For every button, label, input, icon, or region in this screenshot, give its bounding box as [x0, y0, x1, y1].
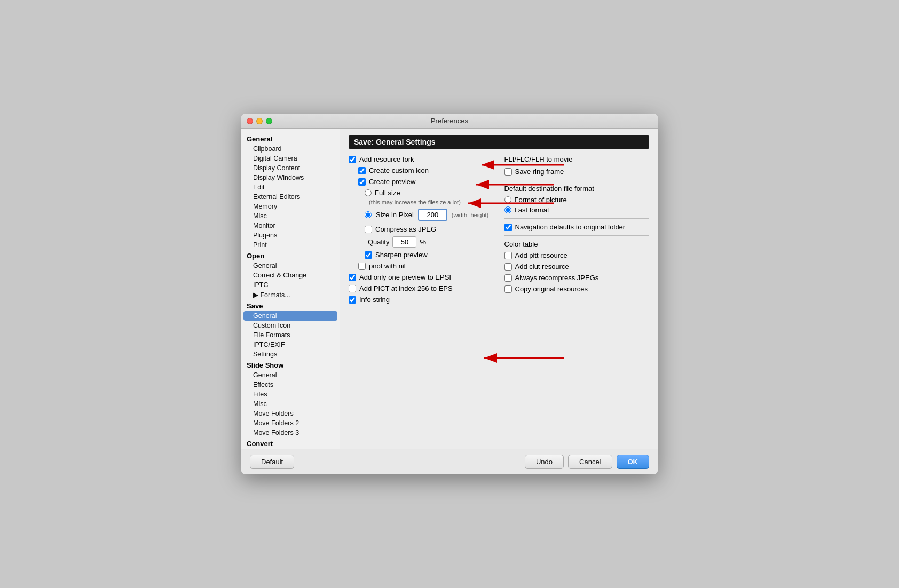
sidebar-section-general: General — [241, 133, 340, 144]
create-preview-checkbox[interactable] — [358, 178, 366, 186]
sidebar-item-move-folders[interactable]: Move Folders — [241, 409, 340, 418]
sidebar-item-effects[interactable]: Effects — [241, 380, 340, 390]
create-preview-row: Create preview — [358, 178, 494, 186]
sidebar-item-move-folders-2[interactable]: Move Folders 2 — [241, 418, 340, 428]
always-recompress-row: Always recompress JPEGs — [504, 274, 650, 282]
last-format-radio[interactable] — [504, 206, 511, 213]
always-recompress-label: Always recompress JPEGs — [515, 274, 599, 282]
compress-jpeg-checkbox[interactable] — [365, 226, 372, 233]
size-in-pixel-row: Size in Pixel (width=height) — [365, 209, 494, 221]
minimize-button[interactable] — [256, 118, 263, 124]
sidebar-item-iptc[interactable]: IPTC — [241, 280, 340, 290]
pnot-nil-label: pnot with nil — [369, 262, 406, 270]
content-area: General Clipboard Digital Camera Display… — [241, 129, 658, 449]
full-size-label: Full size — [375, 189, 400, 197]
create-custom-icon-label: Create custom icon — [369, 166, 429, 174]
sharpen-preview-row: Sharpen preview — [365, 251, 494, 259]
sidebar-item-settings[interactable]: Settings — [241, 349, 340, 359]
add-resource-fork-row: Add resource fork — [349, 155, 494, 163]
sidebar-item-misc-general[interactable]: Misc — [241, 211, 340, 221]
add-pict-row: Add PICT at index 256 to EPS — [349, 284, 494, 292]
sidebar-item-clipboard[interactable]: Clipboard — [241, 144, 340, 154]
add-resource-fork-checkbox[interactable] — [349, 156, 356, 163]
always-recompress-checkbox[interactable] — [504, 274, 512, 282]
sidebar-section-save: Save — [241, 300, 340, 311]
sidebar-item-print[interactable]: Print — [241, 240, 340, 250]
add-resource-fork-label: Add resource fork — [359, 155, 414, 163]
sidebar-item-monitor[interactable]: Monitor — [241, 221, 340, 231]
add-pltt-checkbox[interactable] — [504, 252, 512, 259]
add-pltt-row: Add pltt resource — [504, 251, 650, 259]
compress-jpeg-label: Compress as JPEG — [375, 225, 436, 233]
sidebar-item-plugins[interactable]: Plug-ins — [241, 231, 340, 240]
sharpen-preview-label: Sharpen preview — [375, 251, 428, 259]
add-pict-label: Add PICT at index 256 to EPS — [359, 284, 453, 292]
pixel-value-input[interactable] — [418, 209, 447, 221]
add-pltt-label: Add pltt resource — [515, 251, 567, 259]
sidebar-item-file-formats[interactable]: File Formats — [241, 330, 340, 340]
preferences-window: Preferences General Clipboard Digital Ca… — [241, 114, 658, 474]
add-clut-checkbox[interactable] — [504, 263, 512, 271]
sidebar-item-display-content[interactable]: Display Content — [241, 163, 340, 173]
last-format-row: Last format — [504, 206, 650, 214]
compress-jpeg-row: Compress as JPEG — [365, 225, 494, 233]
sidebar-item-external-editors[interactable]: External Editors — [241, 192, 340, 202]
sidebar-item-memory[interactable]: Memory — [241, 202, 340, 211]
fli-label: FLI/FLC/FLH to movie — [504, 155, 650, 163]
ok-button[interactable]: OK — [617, 455, 650, 469]
create-preview-label: Create preview — [369, 178, 415, 186]
add-pict-checkbox[interactable] — [349, 285, 356, 292]
copy-original-row: Copy original resources — [504, 285, 650, 293]
window-title: Preferences — [431, 117, 468, 125]
cancel-button[interactable]: Cancel — [568, 455, 612, 469]
copy-original-checkbox[interactable] — [504, 285, 512, 293]
quality-input[interactable] — [392, 236, 416, 248]
add-only-one-preview-checkbox[interactable] — [349, 274, 356, 281]
width-height-label: (width=height) — [452, 212, 488, 218]
sidebar-section-slideshow: Slide Show — [241, 359, 340, 370]
default-button[interactable]: Default — [250, 455, 294, 469]
quality-row: Quality % — [368, 236, 494, 248]
sidebar-item-slideshow-general[interactable]: General — [241, 370, 340, 380]
full-size-radio[interactable] — [365, 189, 372, 196]
navigation-defaults-label: Navigation defaults to original folder — [515, 223, 626, 231]
save-ring-frame-row: Save ring frame — [504, 168, 650, 176]
pnot-nil-checkbox[interactable] — [358, 263, 366, 270]
size-in-pixel-radio[interactable] — [365, 211, 372, 218]
navigation-defaults-row: Navigation defaults to original folder — [504, 223, 650, 231]
info-string-checkbox[interactable] — [349, 296, 356, 304]
sidebar-item-digital-camera[interactable]: Digital Camera — [241, 154, 340, 163]
format-of-picture-row: Format of picture — [504, 196, 650, 204]
info-string-row: Info string — [349, 296, 494, 304]
maximize-button[interactable] — [266, 118, 272, 124]
sidebar-item-edit[interactable]: Edit — [241, 182, 340, 192]
divider-2 — [504, 218, 650, 219]
create-custom-icon-checkbox[interactable] — [358, 167, 366, 174]
sidebar-item-misc-slideshow[interactable]: Misc — [241, 399, 340, 409]
sidebar-item-open-general[interactable]: General — [241, 261, 340, 271]
sidebar-item-files[interactable]: Files — [241, 390, 340, 399]
quality-label: Quality — [368, 238, 389, 246]
navigation-defaults-checkbox[interactable] — [504, 224, 512, 231]
save-ring-frame-label: Save ring frame — [515, 168, 564, 176]
section-title: Save: General Settings — [349, 135, 649, 149]
sharpen-preview-checkbox[interactable] — [365, 251, 372, 259]
save-ring-frame-checkbox[interactable] — [504, 168, 512, 176]
sidebar-item-formats[interactable]: ▶ Formats... — [241, 290, 340, 300]
sidebar-item-display-windows[interactable]: Display Windows — [241, 173, 340, 182]
format-of-picture-radio[interactable] — [504, 196, 511, 203]
sidebar-item-save-general[interactable]: General — [243, 311, 337, 321]
sidebar: General Clipboard Digital Camera Display… — [241, 129, 340, 449]
sidebar-item-custom-icon[interactable]: Custom Icon — [241, 321, 340, 330]
add-only-one-preview-row: Add only one preview to EPSF — [349, 273, 494, 281]
info-string-label: Info string — [359, 296, 390, 304]
size-in-pixel-label: Size in Pixel — [376, 211, 414, 219]
sidebar-item-iptc-exif[interactable]: IPTC/EXIF — [241, 340, 340, 349]
window-controls — [247, 118, 272, 124]
close-button[interactable] — [247, 118, 253, 124]
sidebar-section-open: Open — [241, 250, 340, 261]
create-custom-icon-row: Create custom icon — [358, 166, 494, 174]
sidebar-item-correct-change[interactable]: Correct & Change — [241, 271, 340, 280]
sidebar-item-move-folders-3[interactable]: Move Folders 3 — [241, 428, 340, 438]
undo-button[interactable]: Undo — [525, 455, 564, 469]
